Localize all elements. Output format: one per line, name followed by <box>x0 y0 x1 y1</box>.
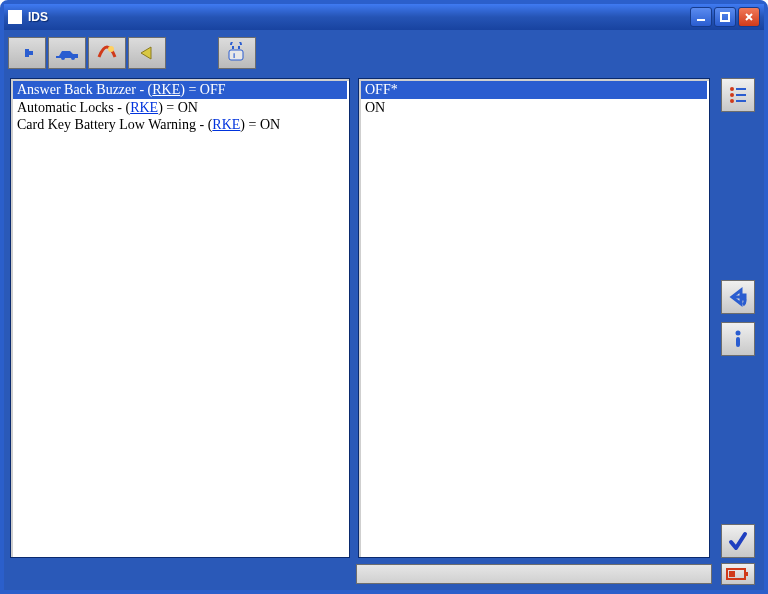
parameter-text-post: ) = OFF <box>180 82 225 97</box>
svg-text:i: i <box>233 51 235 60</box>
close-icon <box>744 12 754 22</box>
diag-icon <box>94 42 120 64</box>
toolbar-vehicle-button[interactable] <box>48 37 86 69</box>
parameter-link[interactable]: RKE <box>130 100 158 115</box>
confirm-button[interactable] <box>721 524 755 558</box>
list-view-button[interactable] <box>721 78 755 112</box>
battery-icon <box>726 567 750 581</box>
parameter-text-post: ) = ON <box>240 117 280 132</box>
svg-rect-0 <box>697 19 705 21</box>
undo-button[interactable] <box>721 280 755 314</box>
parameter-text-pre: Answer Back Buzzer - ( <box>17 82 152 97</box>
option-list-panel: OFF*ON <box>358 78 710 558</box>
svg-rect-15 <box>729 571 735 577</box>
toolbar-group <box>8 37 166 69</box>
titlebar: IDS <box>4 4 764 30</box>
parameter-text-pre: Card Key Battery Low Warning - ( <box>17 117 212 132</box>
maximize-icon <box>720 12 730 22</box>
main-row: Answer Back Buzzer - (RKE) = OFFAutomati… <box>4 72 764 562</box>
vehicle-icon <box>54 42 80 64</box>
option-row[interactable]: OFF* <box>361 81 707 99</box>
side-buttons <box>718 78 758 558</box>
window-title: IDS <box>28 10 690 24</box>
svg-point-2 <box>108 46 114 52</box>
close-button[interactable] <box>738 7 760 27</box>
client-area: i Answer Back Buzzer - (RKE) = OFFAutoma… <box>4 30 764 590</box>
app-icon <box>8 10 22 24</box>
app-window: IDS <box>0 0 768 594</box>
parameter-list-panel: Answer Back Buzzer - (RKE) = OFFAutomati… <box>10 78 350 558</box>
minimize-icon <box>696 12 706 22</box>
toolbar-back-button[interactable] <box>128 37 166 69</box>
status-row <box>4 562 764 590</box>
svg-rect-3 <box>229 50 243 60</box>
svg-rect-10 <box>736 100 746 102</box>
list-view-icon <box>727 84 749 106</box>
info-button[interactable] <box>721 322 755 356</box>
back-icon <box>727 286 749 308</box>
status-right <box>718 564 758 584</box>
status-bar <box>356 564 712 584</box>
toolbar: i <box>4 30 764 72</box>
parameter-row[interactable]: Automatic Locks - (RKE) = ON <box>13 99 347 117</box>
plug-icon <box>14 42 40 64</box>
svg-rect-14 <box>745 572 748 576</box>
toolbar-diag-button[interactable] <box>88 37 126 69</box>
parameter-row[interactable]: Answer Back Buzzer - (RKE) = OFF <box>13 81 347 99</box>
parameter-list[interactable]: Answer Back Buzzer - (RKE) = OFFAutomati… <box>11 79 349 136</box>
svg-rect-1 <box>721 13 729 21</box>
tick-icon <box>727 530 749 552</box>
svg-rect-8 <box>736 94 746 96</box>
status-left-spacer <box>10 564 350 584</box>
parameter-text-post: ) = ON <box>158 100 198 115</box>
maximize-button[interactable] <box>714 7 736 27</box>
option-list[interactable]: OFF*ON <box>359 79 709 118</box>
window-controls <box>690 7 760 27</box>
svg-point-5 <box>730 87 734 91</box>
svg-point-7 <box>730 93 734 97</box>
minimize-button[interactable] <box>690 7 712 27</box>
parameter-row[interactable]: Card Key Battery Low Warning - (RKE) = O… <box>13 116 347 134</box>
option-row[interactable]: ON <box>361 99 707 117</box>
parameter-text-pre: Automatic Locks - ( <box>17 100 130 115</box>
arrow-left-icon <box>134 42 160 64</box>
config-icon: i <box>224 42 250 64</box>
svg-rect-12 <box>736 337 740 347</box>
toolbar-config-button[interactable]: i <box>218 37 256 69</box>
svg-rect-6 <box>736 88 746 90</box>
battery-button[interactable] <box>721 563 755 585</box>
parameter-link[interactable]: RKE <box>152 82 180 97</box>
svg-point-9 <box>730 99 734 103</box>
svg-point-11 <box>736 331 741 336</box>
toolbar-plug-button[interactable] <box>8 37 46 69</box>
parameter-link[interactable]: RKE <box>212 117 240 132</box>
info-icon <box>727 328 749 350</box>
